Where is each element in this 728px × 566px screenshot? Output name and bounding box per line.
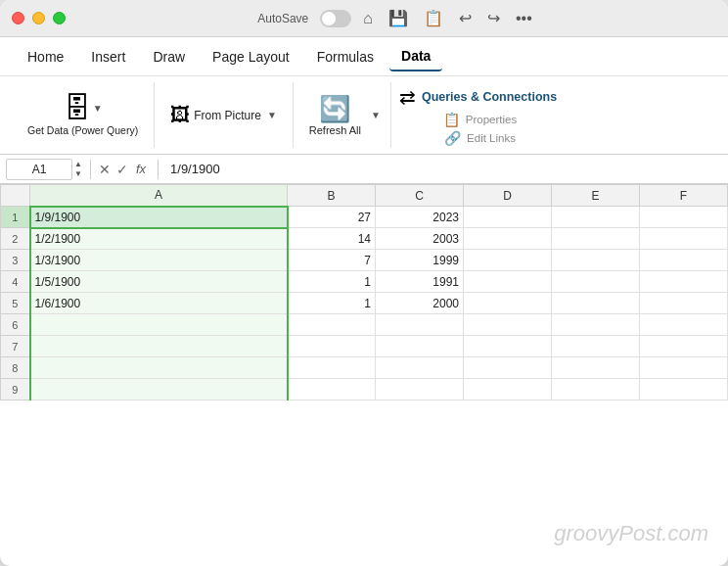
cell-e3[interactable] <box>552 250 640 271</box>
cell-c1[interactable]: 2023 <box>376 207 464 228</box>
cell-e5[interactable] <box>552 293 640 314</box>
table-row: 41/5/190011991 <box>1 271 728 293</box>
cell-b9[interactable] <box>288 379 376 401</box>
confirm-formula-icon[interactable]: ✓ <box>116 162 128 177</box>
spreadsheet-wrapper: A B C D E F 11/9/190027202321/2/19001420… <box>0 184 728 566</box>
undo-icon[interactable]: ↩ <box>459 9 472 27</box>
cell-e4[interactable] <box>552 271 640 293</box>
col-header-a[interactable]: A <box>30 185 288 207</box>
cell-a5[interactable]: 1/6/1900 <box>30 293 288 314</box>
cell-f3[interactable] <box>640 250 728 271</box>
cell-f7[interactable] <box>640 336 728 357</box>
cell-b6[interactable] <box>288 314 376 336</box>
cell-d3[interactable] <box>464 250 552 271</box>
formula-input[interactable]: 1/9/1900 <box>166 162 722 176</box>
ribbon-group-refresh: 🔄 Refresh All ▼ <box>294 82 391 148</box>
cell-d4[interactable] <box>464 271 552 293</box>
cell-e2[interactable] <box>552 228 640 250</box>
row-number: 4 <box>1 271 30 293</box>
ribbon: 🗄 ▼ Get Data (Power Query) 🖼 From Pictur… <box>0 76 728 155</box>
cell-d1[interactable] <box>464 207 552 228</box>
cell-b7[interactable] <box>288 336 376 357</box>
from-picture-button[interactable]: 🖼 From Picture ▼ <box>162 100 285 130</box>
cell-f8[interactable] <box>640 357 728 379</box>
properties-button[interactable]: Properties <box>466 113 517 126</box>
cell-reference-box[interactable]: A1 <box>6 159 72 180</box>
cell-d8[interactable] <box>464 357 552 379</box>
redo-icon[interactable]: ↪ <box>487 9 500 27</box>
menu-home[interactable]: Home <box>16 43 75 71</box>
maximize-button[interactable] <box>53 12 66 24</box>
cell-e7[interactable] <box>552 336 640 357</box>
cell-f2[interactable] <box>640 228 728 250</box>
more-icon[interactable]: ••• <box>516 10 532 27</box>
cell-b3[interactable]: 7 <box>288 250 376 271</box>
col-header-c[interactable]: C <box>376 185 464 207</box>
menu-insert[interactable]: Insert <box>79 43 137 71</box>
save-icon[interactable]: 💾 <box>388 9 408 27</box>
cell-d9[interactable] <box>464 379 552 401</box>
save-as-icon[interactable]: 📋 <box>424 9 443 27</box>
cell-f9[interactable] <box>640 379 728 401</box>
cell-a8[interactable] <box>30 357 288 379</box>
cell-b5[interactable]: 1 <box>288 293 376 314</box>
cell-c4[interactable]: 1991 <box>376 271 464 293</box>
cancel-formula-icon[interactable]: ✕ <box>99 162 111 177</box>
cell-f6[interactable] <box>640 314 728 336</box>
col-header-d[interactable]: D <box>464 185 552 207</box>
cell-c5[interactable]: 2000 <box>376 293 464 314</box>
get-data-button[interactable]: 🗄 ▼ Get Data (Power Query) <box>20 88 146 142</box>
cell-d6[interactable] <box>464 314 552 336</box>
close-button[interactable] <box>12 12 24 24</box>
formula-divider <box>90 160 91 179</box>
refresh-all-button[interactable]: 🔄 Refresh All <box>301 90 369 140</box>
row-number: 9 <box>1 379 30 401</box>
cell-e6[interactable] <box>552 314 640 336</box>
menu-data[interactable]: Data <box>389 42 442 71</box>
cell-c6[interactable] <box>376 314 464 336</box>
cell-b4[interactable]: 1 <box>288 271 376 293</box>
cell-a7[interactable] <box>30 336 288 357</box>
minimize-button[interactable] <box>32 12 45 24</box>
cell-e9[interactable] <box>552 379 640 401</box>
cell-e1[interactable] <box>552 207 640 228</box>
cell-c8[interactable] <box>376 357 464 379</box>
cell-b8[interactable] <box>288 357 376 379</box>
cell-d5[interactable] <box>464 293 552 314</box>
cell-a3[interactable]: 1/3/1900 <box>30 250 288 271</box>
edit-links-button[interactable]: Edit Links <box>467 131 516 145</box>
cell-f5[interactable] <box>640 293 728 314</box>
cell-c3[interactable]: 1999 <box>376 250 464 271</box>
refresh-dropdown-arrow[interactable]: ▼ <box>369 90 383 140</box>
cell-f1[interactable] <box>640 207 728 228</box>
col-header-b[interactable]: B <box>288 185 376 207</box>
cell-a4[interactable]: 1/5/1900 <box>30 271 288 293</box>
cell-c2[interactable]: 2003 <box>376 228 464 250</box>
autosave-toggle[interactable] <box>320 10 351 27</box>
menu-formulas[interactable]: Formulas <box>305 43 386 71</box>
queries-connections-button[interactable]: Queries & Connections <box>422 90 557 104</box>
corner-header <box>1 185 30 207</box>
col-header-e[interactable]: E <box>552 185 640 207</box>
cell-a1[interactable]: 1/9/1900 <box>30 207 288 228</box>
edit-links-icon: 🔗 <box>444 130 461 146</box>
cell-f4[interactable] <box>640 271 728 293</box>
cell-a6[interactable] <box>30 314 288 336</box>
home-icon[interactable]: ⌂ <box>363 10 373 27</box>
menu-draw[interactable]: Draw <box>141 43 197 71</box>
cell-c7[interactable] <box>376 336 464 357</box>
cell-a9[interactable] <box>30 379 288 401</box>
cell-d7[interactable] <box>464 336 552 357</box>
cell-b1[interactable]: 27 <box>288 207 376 228</box>
sheet-grid: A B C D E F 11/9/190027202321/2/19001420… <box>0 184 728 401</box>
menu-page-layout[interactable]: Page Layout <box>201 43 301 71</box>
watermark: groovyPost.com <box>554 521 708 546</box>
cell-e8[interactable] <box>552 357 640 379</box>
cell-ref-arrows[interactable]: ▲ ▼ <box>74 160 82 178</box>
cell-a2[interactable]: 1/2/1900 <box>30 228 288 250</box>
col-header-f[interactable]: F <box>640 185 728 207</box>
cell-d2[interactable] <box>464 228 552 250</box>
cell-b2[interactable]: 14 <box>288 228 376 250</box>
table-row: 8 <box>1 357 728 379</box>
cell-c9[interactable] <box>376 379 464 401</box>
